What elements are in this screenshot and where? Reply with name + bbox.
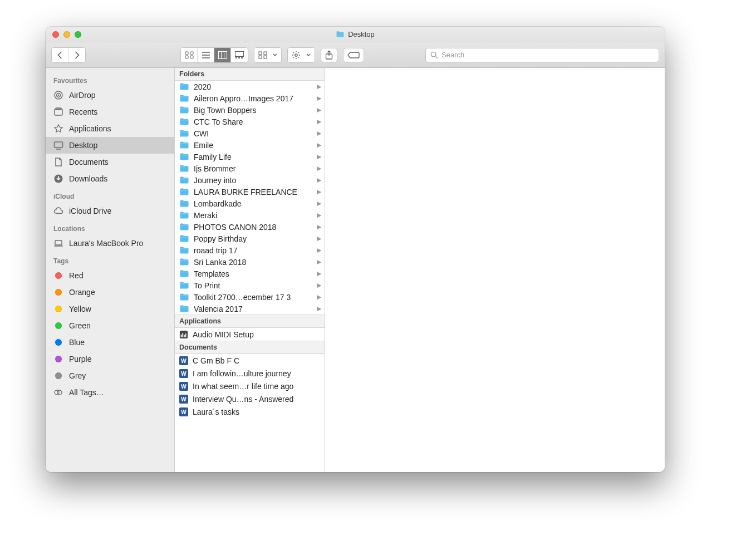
chevron-right-icon: ▶ xyxy=(317,270,321,277)
sidebar-item-applications[interactable]: Applications xyxy=(46,120,174,137)
folder-row[interactable]: To Print▶ xyxy=(175,279,325,291)
sidebar-item-label: Orange xyxy=(69,288,95,297)
column-view-button[interactable] xyxy=(214,48,231,62)
file-label: Aileron Appro…Images 2017 xyxy=(194,94,312,103)
folder-icon xyxy=(179,234,189,243)
svg-rect-23 xyxy=(55,240,62,245)
doc-row[interactable]: WI am followin…ulture journey xyxy=(175,367,325,380)
svg-rect-11 xyxy=(259,56,262,58)
forward-button[interactable] xyxy=(68,48,85,62)
sidebar-item-tag-orange[interactable]: Orange xyxy=(46,284,174,301)
folder-row[interactable]: Journey into▶ xyxy=(175,174,325,186)
folder-row[interactable]: Toolkit 2700…ecember 17 3▶ xyxy=(175,291,325,303)
action-menu-button[interactable] xyxy=(287,47,315,63)
folder-row[interactable]: LAURA BURKE FREELANCE▶ xyxy=(175,186,325,198)
search-icon xyxy=(430,51,438,59)
sidebar-section-header: Favourites xyxy=(46,71,174,87)
recents-icon xyxy=(53,107,63,117)
svg-rect-7 xyxy=(238,57,240,58)
folder-icon xyxy=(179,246,189,254)
folder-row[interactable]: Lombardkade▶ xyxy=(175,198,325,209)
folder-icon xyxy=(179,82,189,91)
icon-view-button[interactable] xyxy=(181,48,198,62)
sidebar-item-tag-red[interactable]: Red xyxy=(46,267,174,284)
sidebar-item-alltags[interactable]: All Tags… xyxy=(46,384,174,401)
sidebar-item-label: Recents xyxy=(69,107,97,116)
svg-rect-9 xyxy=(259,52,262,55)
sidebar-item-tag-green[interactable]: Green xyxy=(46,317,174,334)
file-label: LAURA BURKE FREELANCE xyxy=(194,188,312,197)
folder-icon xyxy=(179,176,189,184)
svg-rect-29 xyxy=(184,335,185,337)
close-window-button[interactable] xyxy=(52,31,59,38)
zoom-window-button[interactable] xyxy=(75,31,81,38)
folder-row[interactable]: Big Town Boppers▶ xyxy=(175,104,325,116)
back-button[interactable] xyxy=(52,48,68,62)
file-label: Family Life xyxy=(194,153,312,161)
sidebar-item-documents[interactable]: Documents xyxy=(46,154,174,170)
app-row[interactable]: Audio MIDI Setup xyxy=(175,328,325,341)
svg-rect-3 xyxy=(190,56,193,58)
chevron-right-icon: ▶ xyxy=(317,83,321,90)
svg-point-15 xyxy=(431,52,436,57)
file-label: Ijs Brommer xyxy=(194,164,312,173)
minimize-window-button[interactable] xyxy=(63,31,70,38)
column-section-header: Folders xyxy=(175,68,325,81)
folder-row[interactable]: roaad trip 17▶ xyxy=(175,244,325,256)
finder-window: Desktop Favouri xyxy=(46,27,665,472)
folder-row[interactable]: Templates▶ xyxy=(175,268,325,279)
doc-row[interactable]: WC Gm Bb F C xyxy=(175,354,325,367)
folder-row[interactable]: CTC To Share▶ xyxy=(175,116,325,127)
doc-row[interactable]: WLaura´s tasks xyxy=(175,405,325,418)
tag-icon xyxy=(53,337,63,347)
folder-icon xyxy=(179,129,189,137)
folder-icon xyxy=(179,258,189,266)
folder-icon xyxy=(179,117,189,126)
folder-row[interactable]: Valencia 2017▶ xyxy=(175,303,325,315)
chevron-right-icon: ▶ xyxy=(317,282,321,289)
view-mode-buttons xyxy=(180,47,248,63)
folder-row[interactable]: 2020▶ xyxy=(175,81,325,92)
search-input[interactable] xyxy=(441,51,654,59)
chevron-right-icon: ▶ xyxy=(317,212,321,219)
tags-button[interactable] xyxy=(343,48,364,62)
sidebar-item-tag-grey[interactable]: Grey xyxy=(46,367,174,384)
file-label: Toolkit 2700…ecember 17 3 xyxy=(194,293,312,302)
sidebar-item-recents[interactable]: Recents xyxy=(46,104,174,120)
list-view-button[interactable] xyxy=(198,48,214,62)
file-label: Meraki xyxy=(194,211,312,220)
sidebar-item-airdrop[interactable]: AirDrop xyxy=(46,87,174,104)
sidebar-item-tag-blue[interactable]: Blue xyxy=(46,334,174,351)
tag-icon xyxy=(53,304,63,314)
folder-row[interactable]: Sri Lanka 2018▶ xyxy=(175,256,325,268)
share-button[interactable] xyxy=(321,48,337,62)
sidebar-item-tag-yellow[interactable]: Yellow xyxy=(46,301,174,317)
sidebar-item-downloads[interactable]: Downloads xyxy=(46,170,174,187)
folder-row[interactable]: PHOTOS CANON 2018▶ xyxy=(175,221,325,233)
gallery-view-button[interactable] xyxy=(231,48,248,62)
folder-row[interactable]: Ijs Brommer▶ xyxy=(175,163,325,174)
doc-row[interactable]: WInterview Qu…ns - Answered xyxy=(175,392,325,405)
folder-row[interactable]: Poppy Birthday▶ xyxy=(175,233,325,244)
search-field[interactable] xyxy=(425,48,659,62)
folder-row[interactable]: Aileron Appro…Images 2017▶ xyxy=(175,92,325,104)
folder-row[interactable]: Meraki▶ xyxy=(175,209,325,221)
sidebar-item-tag-purple[interactable]: Purple xyxy=(46,351,174,367)
folder-row[interactable]: Emile▶ xyxy=(175,139,325,151)
folder-row[interactable]: Family Life▶ xyxy=(175,151,325,163)
chevron-right-icon: ▶ xyxy=(317,176,321,184)
chevron-right-icon: ▶ xyxy=(317,235,321,242)
sidebar-item-macbook[interactable]: Laura's MacBook Pro xyxy=(46,235,174,252)
sidebar-item-desktop[interactable]: Desktop xyxy=(46,137,174,154)
documents-icon xyxy=(53,157,63,167)
sidebar-item-label: Desktop xyxy=(69,141,97,150)
sidebar-item-label: Grey xyxy=(69,371,86,380)
group-by-button[interactable] xyxy=(254,47,282,63)
folder-row[interactable]: CWI▶ xyxy=(175,127,325,139)
svg-rect-30 xyxy=(185,333,186,337)
applications-icon xyxy=(53,124,63,134)
desktop-icon xyxy=(53,140,63,150)
doc-row[interactable]: WIn what seem…r life time ago xyxy=(175,380,325,392)
sidebar-item-iclouddrive[interactable]: iCloud Drive xyxy=(46,203,174,219)
svg-rect-21 xyxy=(55,142,63,148)
